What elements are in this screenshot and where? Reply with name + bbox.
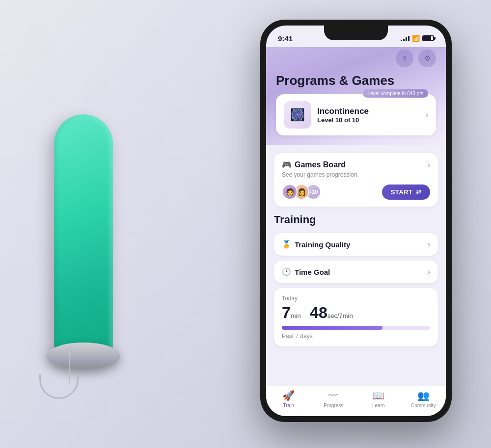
training-quality-chevron-icon: › bbox=[428, 240, 430, 249]
learn-label: Learn bbox=[372, 403, 385, 408]
shuffle-icon: ⇄ bbox=[416, 188, 422, 196]
phone-body: 9:41 📶 ? ⚙ bbox=[260, 20, 452, 422]
time-goal-title: 🕐 Time Goal bbox=[282, 267, 330, 276]
help-button[interactable]: ? bbox=[396, 50, 413, 67]
games-board-title: 🎮 Games Board bbox=[282, 160, 346, 169]
progress-icon: 〰 bbox=[328, 390, 338, 401]
header-icons: ? ⚙ bbox=[276, 47, 436, 73]
tab-learn[interactable]: 📖 Learn bbox=[364, 390, 393, 408]
seconds-value: 48 bbox=[310, 304, 327, 321]
training-section-title: Training bbox=[274, 213, 438, 226]
time-stats-card: Today 7min 48sec/7min Past 7 days bbox=[274, 288, 438, 346]
signal-bar-3 bbox=[406, 37, 407, 41]
games-board-subtitle: See your games progression. bbox=[282, 171, 430, 178]
device-base bbox=[47, 343, 120, 369]
time-goal-icon: 🕐 bbox=[282, 267, 291, 276]
program-item: 🎆 Incontinence Level 10 of 10 › bbox=[284, 101, 428, 129]
status-icons: 📶 bbox=[401, 35, 434, 42]
gamepad-icon: 🎮 bbox=[282, 160, 292, 169]
signal-icon bbox=[401, 35, 409, 41]
settings-button[interactable]: ⚙ bbox=[418, 50, 436, 67]
games-board-header: 🎮 Games Board › bbox=[282, 160, 430, 169]
avatar-1: 🧑 bbox=[282, 184, 298, 200]
learn-icon: 📖 bbox=[372, 390, 384, 401]
program-level: Level 10 of 10 bbox=[317, 116, 420, 124]
time-goal-chevron-icon: › bbox=[428, 267, 430, 276]
tab-train[interactable]: 🚀 Train bbox=[274, 390, 303, 408]
train-icon: 🚀 bbox=[282, 390, 295, 401]
product-device bbox=[29, 114, 137, 399]
start-button-label: START bbox=[391, 188, 413, 196]
battery-fill bbox=[423, 36, 431, 40]
page-title: Programs & Games bbox=[276, 73, 436, 88]
program-chevron-icon: › bbox=[426, 110, 428, 119]
level-badge: Level complete in 640 pts bbox=[363, 89, 428, 98]
time-value: 7min 48sec/7min bbox=[282, 304, 430, 322]
battery-icon bbox=[422, 35, 434, 41]
content-area: 🎮 Games Board › See your games progressi… bbox=[266, 145, 446, 354]
start-button[interactable]: START ⇄ bbox=[382, 184, 430, 200]
tab-bar: 🚀 Train 〰 Progress 📖 Learn 👥 Community bbox=[266, 385, 446, 416]
program-illustration: 🎆 bbox=[284, 101, 311, 129]
signal-bar-1 bbox=[401, 40, 402, 41]
phone-screen: 9:41 📶 ? ⚙ bbox=[266, 26, 446, 416]
cord-loop bbox=[39, 374, 79, 399]
signal-bar-4 bbox=[408, 36, 409, 41]
program-card[interactable]: Level complete in 640 pts 🎆 Incontinence… bbox=[276, 94, 436, 135]
past-days-label: Past 7 days bbox=[282, 333, 430, 340]
wifi-icon: 📶 bbox=[412, 35, 420, 42]
program-illustration-icon: 🎆 bbox=[290, 108, 305, 122]
community-icon: 👥 bbox=[417, 390, 430, 401]
progress-bar-fill bbox=[282, 326, 382, 330]
minutes-value: 7 bbox=[282, 304, 291, 321]
level-number: 10 bbox=[335, 116, 342, 124]
seconds-unit: sec/7min bbox=[327, 312, 353, 319]
tab-progress[interactable]: 〰 Progress bbox=[319, 390, 348, 408]
training-quality-icon: 🏅 bbox=[282, 240, 291, 249]
level-prefix: Level bbox=[317, 116, 335, 124]
games-board-chevron-icon: › bbox=[428, 160, 430, 169]
phone-notch bbox=[324, 26, 388, 40]
training-quality-card[interactable]: 🏅 Training Quality › bbox=[274, 233, 438, 256]
program-info: Incontinence Level 10 of 10 bbox=[317, 106, 420, 124]
today-label: Today bbox=[282, 295, 430, 302]
community-label: Community bbox=[411, 403, 436, 408]
device-body bbox=[54, 114, 113, 360]
minutes-unit: min bbox=[291, 312, 301, 319]
app-header: ? ⚙ Programs & Games Level complete in 6… bbox=[266, 47, 446, 145]
program-name: Incontinence bbox=[317, 106, 420, 116]
train-label: Train bbox=[283, 403, 294, 408]
progress-bar-container bbox=[282, 326, 430, 330]
level-suffix: of 10 bbox=[342, 116, 359, 124]
phone-frame: 9:41 📶 ? ⚙ bbox=[260, 20, 452, 422]
avatar-group: 🧑 👩 +10 bbox=[282, 184, 321, 200]
status-time: 9:41 bbox=[278, 34, 293, 43]
progress-label: Progress bbox=[324, 403, 343, 408]
games-board-card[interactable]: 🎮 Games Board › See your games progressi… bbox=[274, 153, 438, 207]
time-goal-card[interactable]: 🕐 Time Goal › bbox=[274, 261, 438, 283]
tab-community[interactable]: 👥 Community bbox=[409, 390, 438, 408]
games-footer: 🧑 👩 +10 START ⇄ bbox=[282, 184, 430, 200]
signal-bar-2 bbox=[403, 39, 405, 41]
training-quality-title: 🏅 Training Quality bbox=[282, 240, 350, 249]
